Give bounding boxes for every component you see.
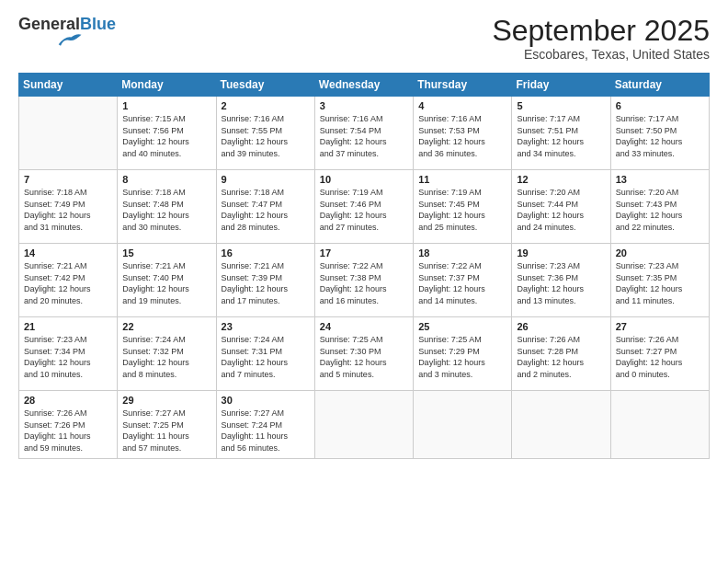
page-container: GeneralBlue September 2025 Escobares, Te… bbox=[0, 0, 728, 468]
day-info: Daylight: 12 hours bbox=[222, 357, 310, 369]
day-info: and 25 minutes. bbox=[418, 222, 506, 234]
day-info: Daylight: 12 hours bbox=[616, 210, 704, 222]
day-info: Sunset: 7:27 PM bbox=[616, 346, 704, 358]
table-row: 27Sunrise: 7:26 AMSunset: 7:27 PMDayligh… bbox=[610, 317, 709, 391]
day-number: 24 bbox=[320, 321, 408, 332]
day-number: 1 bbox=[122, 100, 210, 111]
day-info: Daylight: 12 hours bbox=[418, 136, 506, 148]
table-row: 11Sunrise: 7:19 AMSunset: 7:45 PMDayligh… bbox=[414, 170, 512, 244]
table-row: 6Sunrise: 7:17 AMSunset: 7:50 PMDaylight… bbox=[610, 97, 709, 170]
day-number: 14 bbox=[24, 247, 112, 259]
day-info: Sunset: 7:47 PM bbox=[222, 199, 310, 211]
day-info: and 36 minutes. bbox=[418, 148, 506, 160]
day-number: 5 bbox=[517, 100, 605, 111]
col-thursday: Thursday bbox=[414, 74, 512, 97]
day-info: Sunset: 7:43 PM bbox=[616, 199, 704, 211]
day-info: Sunrise: 7:17 AM bbox=[517, 113, 605, 125]
day-info: Sunrise: 7:24 AM bbox=[222, 334, 310, 346]
table-row bbox=[19, 97, 118, 170]
day-info: Daylight: 11 hours bbox=[222, 431, 310, 442]
day-info: Sunrise: 7:21 AM bbox=[122, 260, 210, 272]
day-info: and 8 minutes. bbox=[122, 369, 210, 381]
day-info: and 5 minutes. bbox=[320, 369, 408, 381]
table-row: 26Sunrise: 7:26 AMSunset: 7:28 PMDayligh… bbox=[512, 317, 610, 391]
title-block: September 2025 Escobares, Texas, United … bbox=[492, 15, 710, 62]
day-number: 19 bbox=[517, 247, 605, 259]
day-info: Daylight: 12 hours bbox=[222, 136, 310, 148]
day-info: Sunset: 7:56 PM bbox=[122, 125, 210, 137]
day-info: Sunset: 7:26 PM bbox=[24, 419, 112, 431]
day-info: Daylight: 12 hours bbox=[320, 136, 408, 148]
day-info: Sunset: 7:39 PM bbox=[222, 272, 310, 284]
day-number: 17 bbox=[320, 247, 408, 259]
day-info: and 31 minutes. bbox=[24, 222, 112, 234]
table-row: 3Sunrise: 7:16 AMSunset: 7:54 PMDaylight… bbox=[314, 97, 413, 170]
table-row bbox=[512, 391, 610, 458]
day-number: 28 bbox=[24, 395, 112, 406]
day-info: Sunset: 7:24 PM bbox=[222, 419, 310, 431]
day-info: Daylight: 12 hours bbox=[320, 357, 408, 369]
day-number: 27 bbox=[616, 321, 704, 332]
day-info: Sunset: 7:25 PM bbox=[122, 419, 210, 431]
day-info: Sunrise: 7:21 AM bbox=[222, 260, 310, 272]
day-info: Sunrise: 7:27 AM bbox=[222, 408, 310, 419]
day-info: Sunrise: 7:16 AM bbox=[320, 113, 408, 125]
day-info: Sunrise: 7:22 AM bbox=[418, 260, 506, 272]
day-info: Sunset: 7:54 PM bbox=[320, 125, 408, 137]
day-info: Daylight: 12 hours bbox=[616, 136, 704, 148]
month-title: September 2025 bbox=[492, 15, 710, 47]
day-info: Sunrise: 7:19 AM bbox=[418, 187, 506, 199]
day-info: Daylight: 12 hours bbox=[122, 136, 210, 148]
day-info: Sunrise: 7:18 AM bbox=[222, 187, 310, 199]
day-info: Sunset: 7:55 PM bbox=[222, 125, 310, 137]
day-info: Daylight: 12 hours bbox=[222, 210, 310, 222]
day-info: Sunset: 7:50 PM bbox=[616, 125, 704, 137]
day-info: Daylight: 12 hours bbox=[616, 283, 704, 295]
table-row: 28Sunrise: 7:26 AMSunset: 7:26 PMDayligh… bbox=[19, 391, 118, 458]
location-text: Escobares, Texas, United States bbox=[492, 47, 710, 62]
table-row: 18Sunrise: 7:22 AMSunset: 7:37 PMDayligh… bbox=[414, 244, 512, 317]
table-row: 14Sunrise: 7:21 AMSunset: 7:42 PMDayligh… bbox=[19, 244, 118, 317]
day-info: Sunset: 7:49 PM bbox=[24, 199, 112, 211]
day-info: Daylight: 12 hours bbox=[517, 136, 605, 148]
day-info: Sunrise: 7:20 AM bbox=[616, 187, 704, 199]
day-number: 22 bbox=[122, 321, 210, 332]
day-number: 4 bbox=[418, 100, 506, 111]
table-row: 8Sunrise: 7:18 AMSunset: 7:48 PMDaylight… bbox=[118, 170, 216, 244]
table-row: 10Sunrise: 7:19 AMSunset: 7:46 PMDayligh… bbox=[314, 170, 413, 244]
day-info: and 40 minutes. bbox=[122, 148, 210, 160]
day-info: Daylight: 12 hours bbox=[24, 283, 112, 295]
day-number: 9 bbox=[222, 174, 310, 185]
col-wednesday: Wednesday bbox=[314, 74, 413, 97]
day-info: Sunrise: 7:21 AM bbox=[24, 260, 112, 272]
day-info: Daylight: 12 hours bbox=[418, 283, 506, 295]
day-info: and 16 minutes. bbox=[320, 295, 408, 307]
day-info: Sunrise: 7:25 AM bbox=[320, 334, 408, 346]
day-info: Daylight: 12 hours bbox=[122, 210, 210, 222]
day-info: Sunset: 7:45 PM bbox=[418, 199, 506, 211]
day-info: and 14 minutes. bbox=[418, 295, 506, 307]
day-info: Sunset: 7:32 PM bbox=[122, 346, 210, 358]
day-number: 10 bbox=[320, 174, 408, 185]
day-info: Sunrise: 7:25 AM bbox=[418, 334, 506, 346]
day-info: and 34 minutes. bbox=[517, 148, 605, 160]
day-info: and 19 minutes. bbox=[122, 295, 210, 307]
table-row: 13Sunrise: 7:20 AMSunset: 7:43 PMDayligh… bbox=[610, 170, 709, 244]
col-sunday: Sunday bbox=[19, 74, 118, 97]
day-number: 15 bbox=[122, 247, 210, 259]
day-info: Daylight: 12 hours bbox=[222, 283, 310, 295]
table-row: 25Sunrise: 7:25 AMSunset: 7:29 PMDayligh… bbox=[414, 317, 512, 391]
table-row: 2Sunrise: 7:16 AMSunset: 7:55 PMDaylight… bbox=[216, 97, 314, 170]
day-info: and 11 minutes. bbox=[616, 295, 704, 307]
col-monday: Monday bbox=[118, 74, 216, 97]
day-info: Sunrise: 7:23 AM bbox=[616, 260, 704, 272]
day-info: Daylight: 12 hours bbox=[24, 210, 112, 222]
day-info: Sunrise: 7:17 AM bbox=[616, 113, 704, 125]
day-info: Sunset: 7:28 PM bbox=[517, 346, 605, 358]
table-row: 30Sunrise: 7:27 AMSunset: 7:24 PMDayligh… bbox=[216, 391, 314, 458]
day-info: Sunrise: 7:26 AM bbox=[616, 334, 704, 346]
day-info: Sunrise: 7:24 AM bbox=[122, 334, 210, 346]
calendar-header-row: Sunday Monday Tuesday Wednesday Thursday… bbox=[19, 74, 710, 97]
day-info: Sunset: 7:40 PM bbox=[122, 272, 210, 284]
day-info: Sunrise: 7:23 AM bbox=[24, 334, 112, 346]
